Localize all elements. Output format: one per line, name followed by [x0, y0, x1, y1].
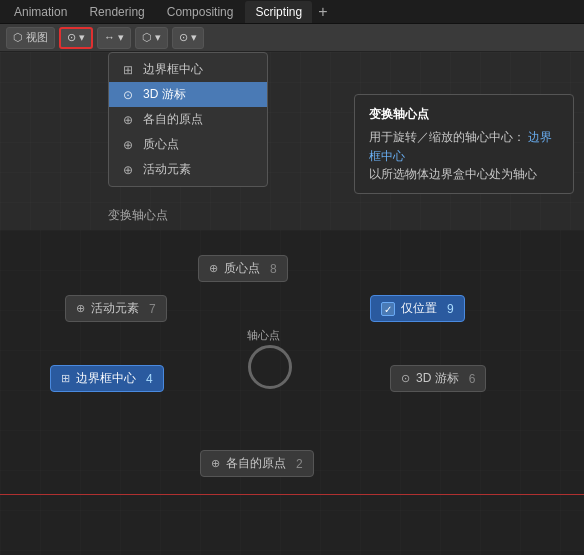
- menu-footer-label: 变换轴心点: [108, 207, 168, 224]
- toolbar-btn-2[interactable]: ↔ ▾: [97, 27, 131, 49]
- center-axis-circle: [248, 345, 292, 389]
- grid-overlay-bottom: [0, 230, 584, 555]
- tab-animation[interactable]: Animation: [4, 1, 77, 23]
- tooltip-line2: 以所选物体边界盒中心处为轴心: [369, 165, 559, 183]
- pie-item-bounding-box[interactable]: ⊞ 边界框中心 4: [50, 365, 164, 392]
- tooltip-line1: 用于旋转／缩放的轴心中心： 边界框中心: [369, 128, 559, 165]
- pie-item-mass-center[interactable]: ⊕ 质心点 8: [198, 255, 288, 282]
- toolbar-btn-4[interactable]: ⊙ ▾: [172, 27, 204, 49]
- tab-add-button[interactable]: +: [314, 3, 331, 21]
- bounding-box-icon: ⊞: [121, 63, 135, 77]
- view-menu-button[interactable]: ⬡ 视图: [6, 27, 55, 49]
- pie-item-active-elem[interactable]: ⊕ 活动元素 7: [65, 295, 167, 322]
- toolbar: ⬡ 视图 ⊙ ▾ ↔ ▾ ⬡ ▾ ⊙ ▾: [0, 24, 584, 52]
- tooltip-box: 变换轴心点 用于旋转／缩放的轴心中心： 边界框中心 以所选物体边界盒中心处为轴心: [354, 94, 574, 194]
- active-elem-icon: ⊕: [121, 163, 135, 177]
- cursor-3d-icon: ⊙: [121, 88, 135, 102]
- pie-item-cursor-3d[interactable]: ⊙ 3D 游标 6: [390, 365, 486, 392]
- pivot-dropdown-menu: ⊞ 边界框中心 ⊙ 3D 游标 ⊕ 各自的原点 ⊕ 质心点 ⊕ 活动元素: [108, 52, 268, 187]
- tab-scripting[interactable]: Scripting: [245, 1, 312, 23]
- bounding-box-pie-icon: ⊞: [61, 372, 70, 385]
- own-origin-icon: ⊕: [121, 113, 135, 127]
- pie-item-own-origin[interactable]: ⊕ 各自的原点 2: [200, 450, 314, 477]
- pie-item-only-pos[interactable]: ✓ 仅位置 9: [370, 295, 465, 322]
- dropdown-item-3d-cursor[interactable]: ⊙ 3D 游标: [109, 82, 267, 107]
- own-origin-pie-icon: ⊕: [211, 457, 220, 470]
- checkbox-only-pos-icon: ✓: [381, 302, 395, 316]
- dropdown-item-bounding-box[interactable]: ⊞ 边界框中心: [109, 57, 267, 82]
- dropdown-item-mass-center[interactable]: ⊕ 质心点: [109, 132, 267, 157]
- tab-bar: Animation Rendering Compositing Scriptin…: [0, 0, 584, 24]
- tab-compositing[interactable]: Compositing: [157, 1, 244, 23]
- camera-icon: ⬡: [13, 31, 23, 44]
- x-axis-line: [0, 494, 584, 495]
- bottom-viewport: 轴心点 ⊕ 质心点 8 ✓ 仅位置 9 ⊕ 活动元素 7 ⊞ 边界框中心 4 ⊙…: [0, 230, 584, 555]
- viewport-area: ⊞ 边界框中心 ⊙ 3D 游标 ⊕ 各自的原点 ⊕ 质心点 ⊕ 活动元素 变换轴…: [0, 52, 584, 230]
- center-axis-label: 轴心点: [247, 328, 280, 343]
- tab-rendering[interactable]: Rendering: [79, 1, 154, 23]
- pivot-dropdown-button[interactable]: ⊙ ▾: [59, 27, 93, 49]
- svg-rect-1: [0, 230, 584, 555]
- dropdown-item-active-elem[interactable]: ⊕ 活动元素: [109, 157, 267, 182]
- dropdown-item-own-origin[interactable]: ⊕ 各自的原点: [109, 107, 267, 132]
- cursor-3d-pie-icon: ⊙: [401, 372, 410, 385]
- toolbar-btn-3[interactable]: ⬡ ▾: [135, 27, 168, 49]
- tooltip-title: 变换轴心点: [369, 105, 559, 124]
- mass-center-icon: ⊕: [121, 138, 135, 152]
- top-viewport: Animation Rendering Compositing Scriptin…: [0, 0, 584, 230]
- pivot-icon: ⊙: [67, 31, 76, 44]
- mass-center-pie-icon: ⊕: [209, 262, 218, 275]
- active-elem-pie-icon: ⊕: [76, 302, 85, 315]
